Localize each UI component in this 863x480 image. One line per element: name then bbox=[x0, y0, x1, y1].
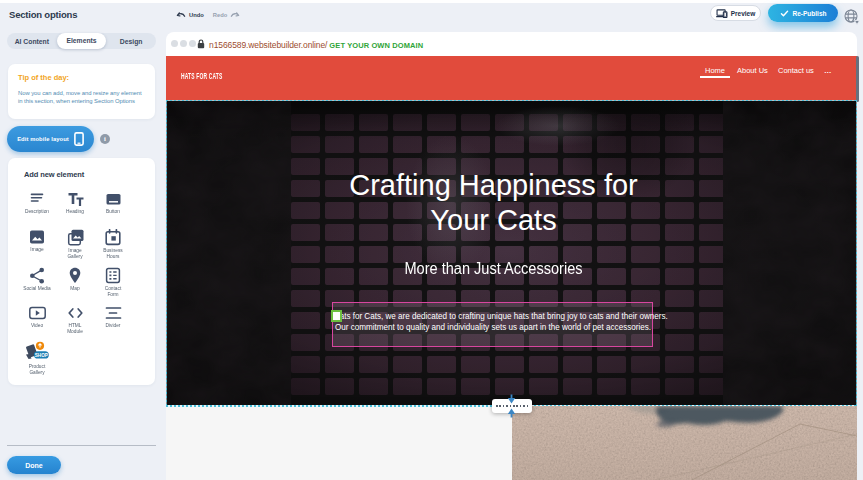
svg-text:SHOP: SHOP bbox=[35, 353, 48, 358]
